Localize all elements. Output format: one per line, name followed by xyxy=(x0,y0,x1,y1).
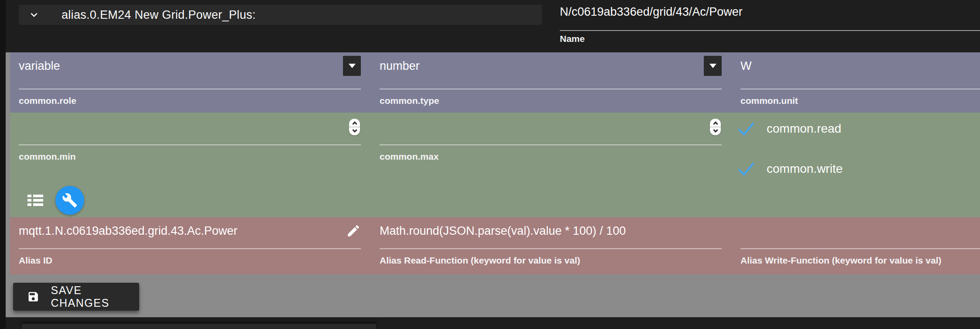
item-collapse-header[interactable]: alias.0.EM24 New Grid.Power_Plus: xyxy=(19,5,542,25)
left-edge-strip xyxy=(0,0,6,329)
write-function-label: Alias Write-Function (keyword for value … xyxy=(740,255,980,266)
type-cell: number common.type xyxy=(380,52,740,113)
dropdown-arrow-icon xyxy=(349,64,356,68)
stepper-up-icon[interactable] xyxy=(710,119,721,127)
save-changes-button[interactable]: SAVE CHANGES xyxy=(13,283,139,311)
read-checkbox[interactable]: common.read xyxy=(737,120,841,137)
max-label: common.max xyxy=(380,151,722,162)
role-dropdown-button[interactable] xyxy=(343,56,361,76)
role-label: common.role xyxy=(19,96,361,106)
save-button-label: SAVE CHANGES xyxy=(51,284,139,309)
name-underline xyxy=(560,0,980,31)
alias-id-cell: mqtt.1.N.c0619ab336ed.grid.43.Ac.Power A… xyxy=(19,217,380,274)
read-function-label: Alias Read-Function (keyword for value i… xyxy=(380,255,722,266)
next-item-strip xyxy=(6,317,980,329)
role-type-unit-row: variable common.role number common.type xyxy=(10,52,980,113)
max-input[interactable] xyxy=(380,113,722,120)
name-label: Name xyxy=(560,34,980,44)
list-icon[interactable] xyxy=(27,195,43,206)
dropdown-arrow-icon xyxy=(709,64,716,68)
stepper-down-icon[interactable] xyxy=(710,127,721,135)
write-label: common.write xyxy=(767,162,843,176)
checkmark-icon xyxy=(737,161,755,177)
max-stepper[interactable] xyxy=(710,119,721,135)
read-label: common.read xyxy=(767,122,841,136)
chevron-down-icon xyxy=(27,8,41,21)
unit-input[interactable]: W xyxy=(740,52,980,73)
name-field-group: N/c0619ab336ed/grid/43/Ac/Power Name xyxy=(560,0,980,44)
min-cell: common.min xyxy=(19,113,380,217)
write-function-input[interactable] xyxy=(740,217,980,224)
item-header: alias.0.EM24 New Grid.Power_Plus: N/c061… xyxy=(6,0,980,52)
alias-id-input[interactable]: mqtt.1.N.c0619ab336ed.grid.43.Ac.Power xyxy=(19,217,361,238)
write-checkbox[interactable]: common.write xyxy=(737,161,843,177)
read-write-cell: common.read common.write xyxy=(740,113,980,217)
type-select[interactable]: number xyxy=(380,52,722,73)
wrench-button[interactable] xyxy=(55,186,84,215)
item-body-panel: variable common.role number common.type xyxy=(6,52,980,317)
role-select[interactable]: variable xyxy=(19,52,361,73)
next-item-header-peek[interactable] xyxy=(22,324,376,329)
wrench-icon xyxy=(62,192,78,208)
unit-cell: W common.unit xyxy=(740,52,980,113)
stepper-down-icon[interactable] xyxy=(349,127,360,135)
alias-editor: alias.0.EM24 New Grid.Power_Plus: N/c061… xyxy=(0,0,980,329)
min-input[interactable] xyxy=(19,113,361,120)
read-function-cell: Math.round(JSON.parse(val).value * 100) … xyxy=(380,217,740,274)
write-function-cell: Alias Write-Function (keyword for value … xyxy=(740,217,980,274)
alias-functions-row: mqtt.1.N.c0619ab336ed.grid.43.Ac.Power A… xyxy=(10,217,980,274)
min-label: common.min xyxy=(19,151,361,162)
pencil-icon[interactable] xyxy=(346,223,361,238)
unit-label: common.unit xyxy=(740,96,980,106)
max-cell: common.max xyxy=(380,113,740,217)
read-function-input[interactable]: Math.round(JSON.parse(val).value * 100) … xyxy=(380,217,722,238)
min-max-flags-row: common.min xyxy=(10,113,980,217)
item-title: alias.0.EM24 New Grid.Power_Plus: xyxy=(62,8,256,22)
min-stepper[interactable] xyxy=(349,119,360,135)
alias-id-label: Alias ID xyxy=(19,255,361,266)
checkmark-icon xyxy=(737,120,755,137)
save-icon xyxy=(27,290,39,303)
stepper-up-icon[interactable] xyxy=(349,119,360,127)
type-label: common.type xyxy=(380,96,722,106)
role-cell: variable common.role xyxy=(19,52,380,113)
alias-tools xyxy=(27,186,84,215)
type-dropdown-button[interactable] xyxy=(704,56,722,76)
